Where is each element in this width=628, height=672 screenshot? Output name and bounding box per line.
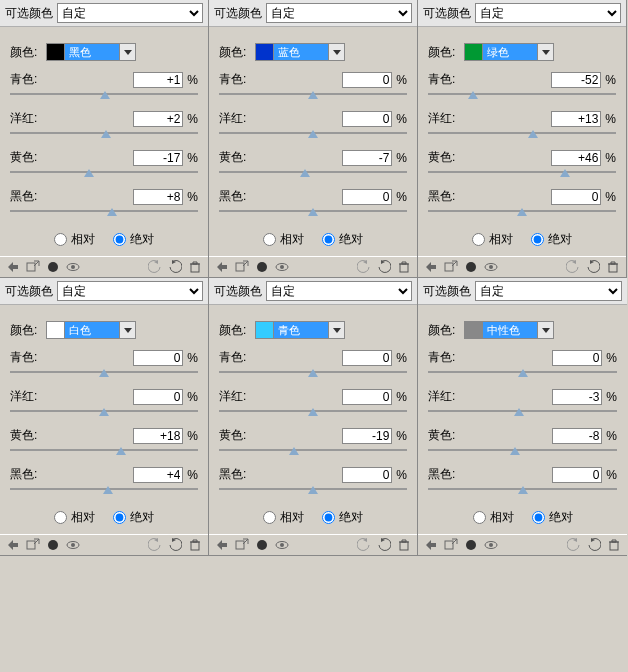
relative-radio-label[interactable]: 相对 <box>472 231 513 248</box>
slider-track[interactable] <box>10 407 198 421</box>
slider-thumb[interactable] <box>103 486 113 494</box>
slider-thumb[interactable] <box>300 169 310 177</box>
reset-icon[interactable] <box>377 260 391 274</box>
mask-on-icon[interactable] <box>464 260 478 274</box>
relative-radio[interactable] <box>472 233 485 246</box>
slider-track[interactable] <box>219 485 407 499</box>
slider-track[interactable] <box>428 207 616 221</box>
slider-thumb[interactable] <box>468 91 478 99</box>
channel-value-input[interactable] <box>552 428 602 444</box>
absolute-radio-label[interactable]: 绝对 <box>322 231 363 248</box>
slider-track[interactable] <box>10 368 198 382</box>
preset-dropdown[interactable]: 自定 <box>266 3 412 23</box>
slider-track[interactable] <box>219 90 407 104</box>
slider-thumb[interactable] <box>308 408 318 416</box>
absolute-radio[interactable] <box>531 233 544 246</box>
slider-thumb[interactable] <box>99 369 109 377</box>
slider-thumb[interactable] <box>560 169 570 177</box>
preset-dropdown[interactable]: 自定 <box>475 3 621 23</box>
trash-icon[interactable] <box>397 538 411 552</box>
slider-thumb[interactable] <box>517 208 527 216</box>
hand-icon[interactable] <box>6 538 20 552</box>
channel-value-input[interactable] <box>133 350 183 366</box>
dropdown-button[interactable] <box>329 321 345 339</box>
color-swatch-dropdown[interactable]: 白色 <box>46 321 120 339</box>
hand-icon[interactable] <box>215 538 229 552</box>
channel-value-input[interactable] <box>133 150 183 166</box>
channel-value-input[interactable] <box>133 467 183 483</box>
slider-thumb[interactable] <box>308 208 318 216</box>
eye-icon[interactable] <box>275 260 289 274</box>
prev-icon[interactable] <box>357 260 371 274</box>
absolute-radio[interactable] <box>322 511 335 524</box>
absolute-radio-label[interactable]: 绝对 <box>113 509 154 526</box>
absolute-radio-label[interactable]: 绝对 <box>113 231 154 248</box>
slider-track[interactable] <box>219 129 407 143</box>
relative-radio-label[interactable]: 相对 <box>473 509 514 526</box>
slider-track[interactable] <box>428 368 617 382</box>
dropdown-button[interactable] <box>120 321 136 339</box>
preset-dropdown[interactable]: 自定 <box>475 281 622 301</box>
slider-track[interactable] <box>428 90 616 104</box>
absolute-radio-label[interactable]: 绝对 <box>532 509 573 526</box>
slider-thumb[interactable] <box>510 447 520 455</box>
reset-icon[interactable] <box>168 538 182 552</box>
channel-value-input[interactable] <box>551 72 601 88</box>
hand-icon[interactable] <box>424 260 438 274</box>
relative-radio[interactable] <box>263 511 276 524</box>
relative-radio[interactable] <box>54 511 67 524</box>
slider-thumb[interactable] <box>528 130 538 138</box>
channel-value-input[interactable] <box>342 467 392 483</box>
absolute-radio-label[interactable]: 绝对 <box>322 509 363 526</box>
slider-thumb[interactable] <box>116 447 126 455</box>
trash-icon[interactable] <box>188 538 202 552</box>
mask-on-icon[interactable] <box>46 260 60 274</box>
mask-on-icon[interactable] <box>255 538 269 552</box>
dropdown-button[interactable] <box>329 43 345 61</box>
preset-dropdown[interactable]: 自定 <box>266 281 412 301</box>
channel-value-input[interactable] <box>342 111 392 127</box>
relative-radio-label[interactable]: 相对 <box>54 231 95 248</box>
slider-track[interactable] <box>428 168 616 182</box>
relative-radio[interactable] <box>263 233 276 246</box>
box-arrow-icon[interactable] <box>235 260 249 274</box>
channel-value-input[interactable] <box>342 72 392 88</box>
slider-track[interactable] <box>10 90 198 104</box>
eye-icon[interactable] <box>275 538 289 552</box>
absolute-radio-label[interactable]: 绝对 <box>531 231 572 248</box>
channel-value-input[interactable] <box>133 111 183 127</box>
channel-value-input[interactable] <box>551 111 601 127</box>
hand-icon[interactable] <box>215 260 229 274</box>
absolute-radio[interactable] <box>532 511 545 524</box>
reset-icon[interactable] <box>168 260 182 274</box>
hand-icon[interactable] <box>424 538 438 552</box>
dropdown-button[interactable] <box>120 43 136 61</box>
preset-dropdown[interactable]: 自定 <box>57 281 203 301</box>
channel-value-input[interactable] <box>342 350 392 366</box>
mask-on-icon[interactable] <box>464 538 478 552</box>
channel-value-input[interactable] <box>133 189 183 205</box>
slider-thumb[interactable] <box>101 130 111 138</box>
box-arrow-icon[interactable] <box>444 538 458 552</box>
channel-value-input[interactable] <box>133 389 183 405</box>
relative-radio[interactable] <box>473 511 486 524</box>
slider-thumb[interactable] <box>107 208 117 216</box>
prev-icon[interactable] <box>357 538 371 552</box>
slider-track[interactable] <box>428 129 616 143</box>
box-arrow-icon[interactable] <box>26 260 40 274</box>
slider-thumb[interactable] <box>514 408 524 416</box>
color-swatch-dropdown[interactable]: 蓝色 <box>255 43 329 61</box>
eye-icon[interactable] <box>484 538 498 552</box>
hand-icon[interactable] <box>6 260 20 274</box>
preset-dropdown[interactable]: 自定 <box>57 3 203 23</box>
channel-value-input[interactable] <box>552 389 602 405</box>
reset-icon[interactable] <box>587 538 601 552</box>
channel-value-input[interactable] <box>133 428 183 444</box>
slider-track[interactable] <box>10 129 198 143</box>
mask-on-icon[interactable] <box>46 538 60 552</box>
eye-icon[interactable] <box>66 260 80 274</box>
absolute-radio[interactable] <box>322 233 335 246</box>
slider-thumb[interactable] <box>99 408 109 416</box>
relative-radio-label[interactable]: 相对 <box>54 509 95 526</box>
box-arrow-icon[interactable] <box>444 260 458 274</box>
